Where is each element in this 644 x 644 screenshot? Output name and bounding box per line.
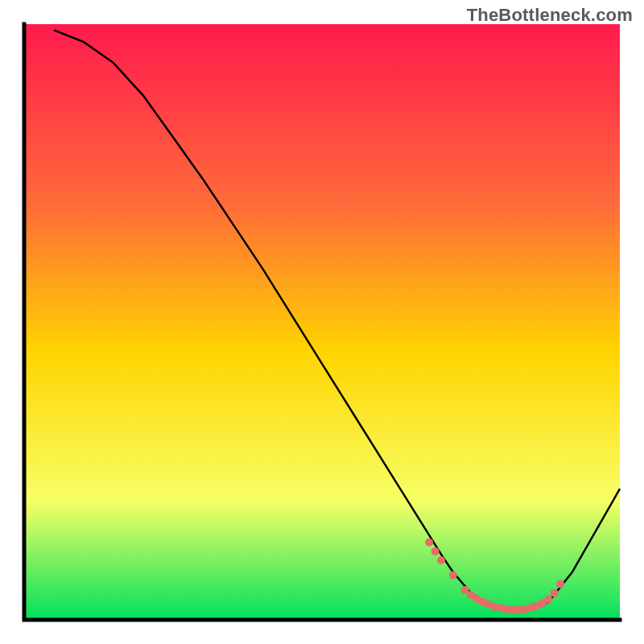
optimal-marker xyxy=(437,556,445,564)
optimal-marker xyxy=(431,547,440,555)
optimal-marker xyxy=(551,589,559,597)
optimal-marker xyxy=(449,572,457,580)
bottleneck-chart xyxy=(0,0,644,644)
optimal-marker xyxy=(425,539,433,547)
optimal-marker xyxy=(556,580,564,588)
optimal-marker xyxy=(544,596,552,604)
watermark-text: TheBottleneck.com xyxy=(467,5,633,26)
plot-gradient-background xyxy=(24,24,620,620)
